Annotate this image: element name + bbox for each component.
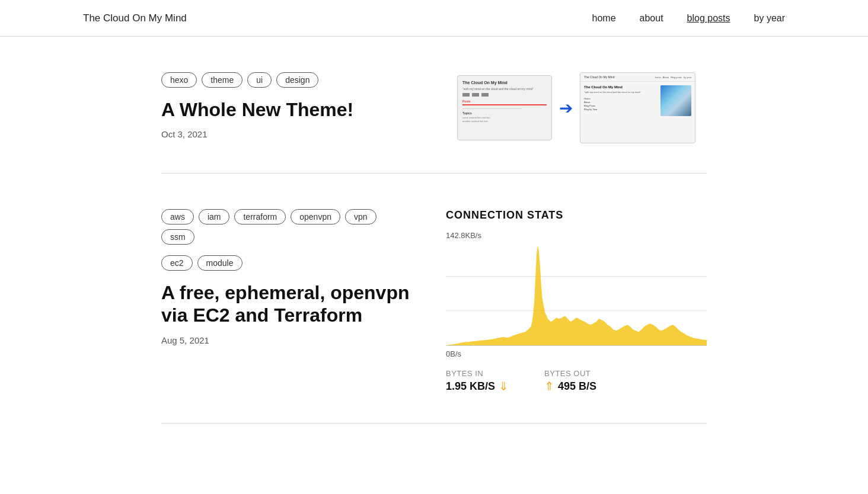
tag-module[interactable]: module <box>197 255 242 271</box>
tag-terraform[interactable]: terraform <box>234 209 286 224</box>
tag-design[interactable]: design <box>276 72 318 88</box>
bytes-out-arrow-icon: ⇑ <box>544 379 554 393</box>
tag-hexo[interactable]: hexo <box>161 72 197 88</box>
main-nav: home about blog posts by year <box>592 13 785 24</box>
old-theme-preview: The Cloud On My Mind "with my mind on th… <box>457 75 552 140</box>
new-preview-subtitle: "with my mind on the cloud and the cloud… <box>584 91 657 94</box>
tag-openvpn[interactable]: openvpn <box>291 209 340 224</box>
tag-ec2[interactable]: ec2 <box>161 255 193 271</box>
bytes-in-value: 1.95 KB/S <box>446 380 495 393</box>
old-preview-title: The Cloud On My Mind <box>462 81 547 85</box>
arrow-right-icon: ➔ <box>559 98 573 118</box>
bytes-out-stat: BYTES OUT ⇑ 495 B/S <box>544 369 596 393</box>
post-1-left: hexo theme ui design A Whole New Theme! … <box>161 72 410 139</box>
post-1: hexo theme ui design A Whole New Theme! … <box>161 37 707 174</box>
old-preview-text: "with my mind on the cloud and the cloud… <box>462 87 547 91</box>
chart-svg <box>446 242 707 346</box>
theme-preview: The Cloud On My Mind "with my mind on th… <box>457 72 695 143</box>
new-preview-image <box>660 85 691 116</box>
post-1-date: Oct 3, 2021 <box>161 129 410 139</box>
post-2: aws iam terraform openvpn vpn ssm ec2 mo… <box>161 174 707 424</box>
tag-ui[interactable]: ui <box>247 72 272 88</box>
tag-aws[interactable]: aws <box>161 209 194 224</box>
post-2-title[interactable]: A free, ephemeral, openvpn via EC2 and T… <box>161 281 410 327</box>
post-1-tags: hexo theme ui design <box>161 72 410 88</box>
post-1-right: The Cloud On My Mind "with my mind on th… <box>446 72 707 143</box>
post-1-title[interactable]: A Whole New Theme! <box>161 98 410 121</box>
new-preview-title: The Cloud On My Mind <box>584 85 657 89</box>
post-2-left: aws iam terraform openvpn vpn ssm ec2 mo… <box>161 209 410 345</box>
site-logo[interactable]: The Cloud On My Mind <box>83 12 187 24</box>
new-preview-links: Home About Blog Posts Blog by Year <box>584 97 657 111</box>
bytes-in-label: BYTES IN <box>446 369 509 378</box>
old-preview-posts-label: Posts <box>462 100 547 103</box>
post-2-right: CONNECTION STATS 142.8KB/s 0B/s <box>446 209 707 393</box>
tag-iam[interactable]: iam <box>199 209 230 224</box>
post-2-tags-row1: aws iam terraform openvpn vpn ssm <box>161 209 410 245</box>
header: The Cloud On My Mind home about blog pos… <box>0 0 868 37</box>
tag-ssm[interactable]: ssm <box>161 229 194 245</box>
post-2-date: Aug 5, 2021 <box>161 335 410 345</box>
connection-stats-title: CONNECTION STATS <box>446 209 707 222</box>
bytes-out-label: BYTES OUT <box>544 369 596 378</box>
bytes-in-stat: BYTES IN 1.95 KB/S ⇓ <box>446 369 509 393</box>
new-preview-nav-links: home About Blog posts by year <box>655 76 691 79</box>
bytes-out-value: 495 B/S <box>558 380 596 393</box>
nav-by-year[interactable]: by year <box>754 13 785 24</box>
chart-max-label: 142.8KB/s <box>446 231 707 240</box>
chart-min-label: 0B/s <box>446 349 707 358</box>
post-2-tags-row2: ec2 module <box>161 255 410 271</box>
connection-stats: CONNECTION STATS 142.8KB/s 0B/s <box>446 209 707 393</box>
bytes-in-arrow-icon: ⇓ <box>499 379 509 393</box>
new-theme-preview: The Cloud On My Mind home About Blog pos… <box>580 72 695 143</box>
nav-about[interactable]: about <box>640 13 663 24</box>
nav-blog-posts[interactable]: blog posts <box>687 13 730 24</box>
new-preview-nav-title: The Cloud On My Mind <box>584 75 614 79</box>
chart-stats: BYTES IN 1.95 KB/S ⇓ BYTES OUT ⇑ 495 B/S <box>446 369 707 393</box>
nav-home[interactable]: home <box>592 13 616 24</box>
main-content: hexo theme ui design A Whole New Theme! … <box>78 37 790 424</box>
old-preview-topics-label: Topics <box>462 111 547 115</box>
tag-theme[interactable]: theme <box>202 72 242 88</box>
tag-vpn[interactable]: vpn <box>345 209 376 224</box>
svg-marker-2 <box>446 245 707 345</box>
chart-area: 142.8KB/s 0B/s <box>446 231 707 358</box>
